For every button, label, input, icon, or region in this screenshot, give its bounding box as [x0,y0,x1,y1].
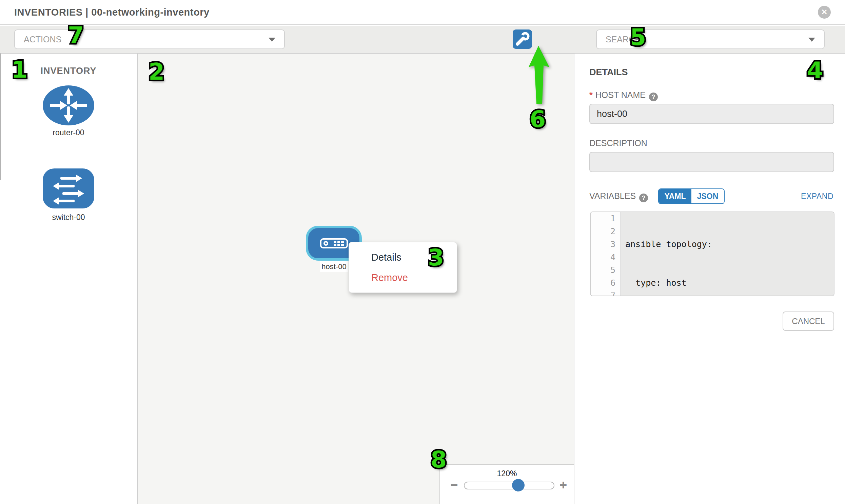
tools-button[interactable] [513,30,532,49]
search-dropdown[interactable]: SEARCH [596,30,825,49]
topology-canvas[interactable]: host-00 Details Remove 120% − + [138,53,574,504]
line-number-gutter: 1 2 3 4 5 6 7 [591,212,620,295]
description-label: DESCRIPTION [589,138,647,148]
description-input[interactable] [589,152,834,172]
chevron-down-icon [268,38,275,42]
help-icon[interactable]: ? [639,194,648,202]
sidebar-title: INVENTORY [0,66,137,76]
line-number: 6 [591,276,615,289]
code-line: type: host [625,276,834,289]
zoom-in-button[interactable]: + [560,479,567,491]
node-context-menu: Details Remove [349,242,457,293]
toolbar: ACTIONS SEARCH [0,26,845,53]
host-server-icon [320,238,348,249]
actions-dropdown-label: ACTIONS [24,35,61,44]
line-number: 5 [591,264,615,276]
cancel-button[interactable]: CANCEL [782,311,834,331]
code-lines[interactable]: ansible_topology: type: host name: host-… [620,212,834,295]
host-name-label: HOST NAME [595,90,646,100]
details-panel: DETAILS *HOST NAME? DESCRIPTION VARIABLE… [574,53,845,504]
switch-label: switch-00 [0,213,137,222]
router-icon [43,85,94,125]
variables-label: VARIABLES [589,191,636,201]
breadcrumb: INVENTORIES | 00-networking-inventory [14,7,210,18]
line-number: 7 [591,289,615,296]
device-router-00[interactable] [43,85,94,125]
switch-icon [43,168,94,209]
header-bar: INVENTORIES | 00-networking-inventory ✕ [0,0,845,25]
menu-item-remove[interactable]: Remove [349,267,457,288]
zoom-widget: 120% − + [439,464,574,504]
device-switch-00[interactable] [43,168,94,209]
code-line: ansible_topology: [625,238,834,251]
zoom-level-value: 120% [440,469,574,478]
search-placeholder: SEARCH [605,35,641,44]
line-number: 2 [591,225,615,238]
required-asterisk: * [589,90,593,100]
host-node-label: host-00 [320,261,348,272]
help-icon[interactable]: ? [649,92,658,101]
router-label: router-00 [0,128,137,137]
zoom-out-button[interactable]: − [450,479,458,491]
menu-item-details[interactable]: Details [349,247,457,267]
json-tab[interactable]: JSON [691,189,724,203]
zoom-slider-thumb[interactable] [512,479,525,491]
variables-code-editor[interactable]: 1 2 3 4 5 6 7 ansible_topology: type: ho… [590,212,834,296]
chevron-down-icon [808,38,815,42]
wrench-icon [513,30,532,49]
yaml-tab[interactable]: YAML [659,189,691,203]
host-name-input[interactable] [589,104,834,124]
line-number: 1 [591,212,615,225]
line-number: 4 [591,251,615,264]
expand-link[interactable]: EXPAND [801,192,833,201]
app-window: INVENTORIES | 00-networking-inventory ✕ … [0,0,845,504]
inventory-sidebar: INVENTORY router-00 [0,53,138,504]
actions-dropdown[interactable]: ACTIONS [14,30,285,49]
close-icon[interactable]: ✕ [818,6,831,19]
line-number: 3 [591,238,615,251]
zoom-slider-track[interactable] [464,482,554,489]
details-panel-title: DETAILS [589,67,628,78]
variables-label-row: VARIABLES? [589,191,648,202]
variables-format-toggle: YAML JSON [658,188,725,204]
host-name-label-row: *HOST NAME? [589,90,658,101]
